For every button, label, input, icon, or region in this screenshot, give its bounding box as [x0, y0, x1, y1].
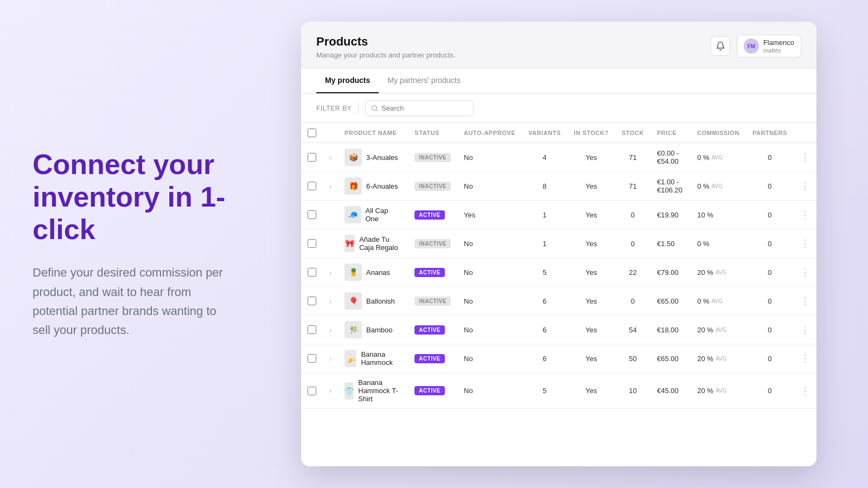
cell-stock: 54	[615, 316, 650, 344]
product-cell: 🎀 Añade Tu Caja Regalo	[344, 235, 401, 252]
tab-partners-products[interactable]: My partners' products	[379, 68, 469, 93]
commission-value: 20 %	[697, 326, 713, 334]
cell-in-stock: Yes	[567, 143, 615, 172]
expand-button[interactable]: ›	[329, 355, 331, 363]
filter-divider	[358, 103, 359, 114]
select-all-checkbox[interactable]	[308, 129, 316, 137]
search-icon	[371, 105, 378, 112]
cell-variants: 1	[522, 201, 567, 229]
avg-label: AVG	[716, 327, 726, 333]
right-panel: Products Manage your products and partne…	[260, 5, 868, 483]
cell-in-stock: Yes	[567, 373, 615, 409]
expand-button[interactable]: ›	[329, 154, 331, 162]
product-cell: 🧢 All Cap One	[344, 206, 401, 223]
cell-variants: 4	[522, 143, 567, 172]
expand-button[interactable]: ›	[329, 326, 331, 334]
product-name-text: 3-Anuales	[366, 153, 398, 162]
row-checkbox[interactable]	[308, 153, 316, 162]
table-row: › 📦 3-Anuales INACTIVE No 4 Yes 71 €0.00…	[301, 143, 816, 172]
cell-check	[301, 316, 323, 344]
tabs-bar: My products My partners' products	[301, 68, 816, 94]
cell-expand: ›	[323, 316, 338, 344]
product-thumbnail: 👕	[344, 382, 354, 400]
row-actions-button[interactable]: ⋮	[800, 238, 810, 249]
product-thumbnail: 📦	[344, 149, 362, 166]
row-actions-button[interactable]: ⋮	[800, 181, 810, 191]
cell-expand	[323, 229, 338, 258]
cell-auto-approve: No	[457, 172, 522, 201]
cell-price: €65.00	[650, 344, 691, 373]
expand-button[interactable]: ›	[329, 183, 331, 190]
table-row: › 👕 Banana Hammock T-Shirt ACTIVE No 5 Y…	[301, 373, 816, 409]
expand-button[interactable]: ›	[329, 298, 331, 305]
cell-actions: ⋮	[794, 201, 816, 229]
cell-price: €65.00	[650, 287, 691, 316]
expand-button[interactable]: ›	[329, 387, 331, 395]
row-actions-button[interactable]: ⋮	[800, 386, 810, 396]
cell-partners: 0	[746, 143, 794, 172]
col-actions	[794, 123, 816, 143]
table-header-row: PRODUCT NAME STATUS AUTO-APPROVE VARIANT…	[301, 123, 816, 143]
cell-product-name: 🧢 All Cap One	[338, 201, 408, 229]
product-cell: 🍌 Banana Hammock	[344, 350, 401, 367]
toolbar: FILTER BY	[301, 94, 816, 123]
row-actions-button[interactable]: ⋮	[800, 209, 810, 220]
app-header: Products Manage your products and partne…	[301, 22, 816, 68]
search-input[interactable]	[381, 104, 463, 112]
avg-label: AVG	[712, 298, 723, 304]
col-status: STATUS	[408, 123, 457, 143]
avg-label: AVG	[712, 183, 723, 189]
cell-price: €45.00	[650, 373, 691, 409]
cell-partners: 0	[746, 258, 794, 287]
table-row: › 🎁 6-Anuales INACTIVE No 8 Yes 71 €1.00…	[301, 172, 816, 201]
cell-status: ACTIVE	[408, 373, 457, 409]
avg-label: AVG	[716, 356, 726, 362]
row-checkbox[interactable]	[308, 239, 316, 248]
cell-price: €0.00 - €54.00	[650, 143, 691, 172]
bell-button[interactable]	[711, 36, 730, 56]
table-body: › 📦 3-Anuales INACTIVE No 4 Yes 71 €0.00…	[301, 143, 816, 409]
cell-in-stock: Yes	[567, 316, 615, 344]
cell-check	[301, 344, 323, 373]
status-badge: INACTIVE	[414, 153, 451, 162]
cell-product-name: 👕 Banana Hammock T-Shirt	[338, 373, 408, 409]
row-checkbox[interactable]	[308, 354, 316, 363]
row-actions-button[interactable]: ⋮	[800, 324, 810, 335]
avg-label: AVG	[716, 388, 726, 394]
col-product-name: PRODUCT NAME	[338, 123, 408, 143]
commission-cell: 20 % AVG	[697, 326, 739, 334]
cell-price: €19.90	[650, 201, 691, 229]
table-row: 🎀 Añade Tu Caja Regalo INACTIVE No 1 Yes…	[301, 229, 816, 258]
row-actions-button[interactable]: ⋮	[800, 267, 810, 278]
col-in-stock: IN STOCK?	[567, 123, 615, 143]
cell-status: ACTIVE	[408, 258, 457, 287]
row-checkbox[interactable]	[308, 297, 316, 305]
row-checkbox[interactable]	[308, 325, 316, 334]
row-checkbox[interactable]	[308, 182, 316, 190]
cell-partners: 0	[746, 316, 794, 344]
cell-commission: 10 %	[691, 201, 746, 229]
cell-product-name: 🎈 Ballonish	[338, 287, 408, 316]
product-cell: 🎋 Bamboo	[344, 321, 401, 338]
commission-value: 20 %	[697, 355, 713, 363]
expand-button[interactable]: ›	[329, 269, 331, 277]
table-row: › 🎈 Ballonish INACTIVE No 6 Yes 0 €65.00…	[301, 287, 816, 316]
tab-my-products[interactable]: My products	[316, 68, 379, 93]
user-menu-button[interactable]: FM Flamenco maltés	[737, 35, 801, 57]
status-badge: ACTIVE	[414, 386, 445, 395]
search-box[interactable]	[365, 100, 474, 116]
row-checkbox[interactable]	[308, 268, 316, 277]
col-expand	[323, 123, 338, 143]
status-badge: ACTIVE	[414, 210, 445, 220]
row-actions-button[interactable]: ⋮	[800, 296, 810, 306]
row-checkbox[interactable]	[308, 387, 316, 395]
product-thumbnail: 🎀	[344, 235, 355, 252]
product-thumbnail: 🍍	[344, 264, 362, 281]
cell-expand: ›	[323, 143, 338, 172]
row-actions-button[interactable]: ⋮	[800, 353, 810, 364]
cell-check	[301, 287, 323, 316]
row-checkbox[interactable]	[308, 210, 316, 219]
table-row: › 🍌 Banana Hammock ACTIVE No 6 Yes 50 €6…	[301, 344, 816, 373]
cell-commission: 20 % AVG	[691, 258, 746, 287]
row-actions-button[interactable]: ⋮	[800, 152, 810, 163]
